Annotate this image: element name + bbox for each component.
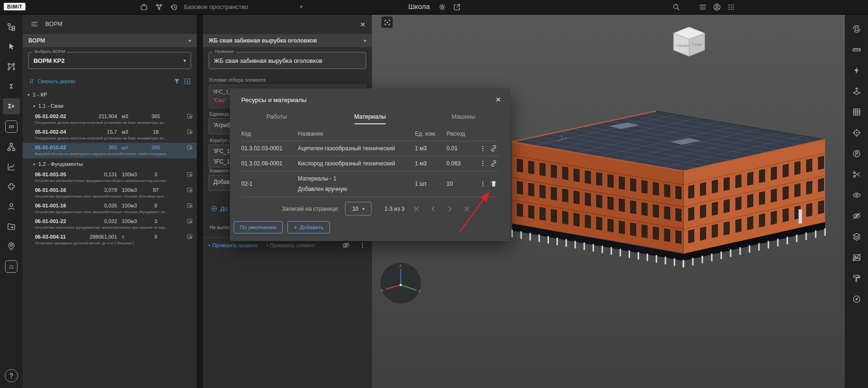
structure-tree-icon[interactable] <box>3 19 20 35</box>
workspace-selector[interactable]: Базовое пространство ▾ <box>184 3 303 10</box>
account-icon[interactable] <box>713 3 721 11</box>
tree-group[interactable]: ▾1 - КР <box>23 89 197 100</box>
tree-item[interactable]: 06-03-004-11288061,001т9Установка заклад… <box>23 232 197 248</box>
connections-icon[interactable] <box>3 59 20 75</box>
view-cube-right-label[interactable]: Сзади <box>692 42 702 46</box>
tree-item[interactable]: 06-01-001-160,035100м38Устройство фундам… <box>23 201 197 216</box>
p-circle-icon[interactable] <box>848 146 865 162</box>
close-modal-icon[interactable]: × <box>496 95 501 105</box>
pip-flag-icon[interactable] <box>186 218 193 224</box>
history-icon[interactable] <box>170 3 178 11</box>
pip-flag-icon[interactable] <box>186 144 193 151</box>
rule-section-header[interactable]: ЖБ свая забивная вырубка оголовков ▾ <box>203 34 372 47</box>
pip-flag-icon[interactable] <box>186 129 193 135</box>
user-pin-icon[interactable] <box>3 238 20 254</box>
sum-icon[interactable]: Σ <box>3 78 20 95</box>
more-menu-kebab-icon[interactable] <box>359 241 366 249</box>
link-icon[interactable] <box>489 159 499 168</box>
tab-materials[interactable]: Материалы <box>323 110 417 123</box>
first-page-icon[interactable] <box>413 205 421 213</box>
collapse-triangle-icon[interactable]: ▾ <box>33 103 35 109</box>
add-button[interactable]: +Добавить <box>287 221 330 233</box>
close-panel-icon[interactable]: × <box>360 19 365 30</box>
axis-gizmo[interactable]: Z Y X <box>379 261 422 305</box>
user-icon[interactable] <box>3 198 20 215</box>
view-cube-left-label[interactable]: Справа <box>676 43 689 48</box>
prev-page-icon[interactable] <box>429 205 438 213</box>
select-cursor-icon[interactable] <box>3 39 20 55</box>
help-button[interactable]: ? <box>5 369 18 382</box>
pip-flag-icon[interactable] <box>186 113 193 120</box>
search-icon[interactable] <box>672 3 681 11</box>
collab-icon[interactable] <box>155 3 163 11</box>
delete-trash-icon[interactable] <box>489 180 499 188</box>
rule-name-field[interactable]: Название ЖБ свая забивная вырубка оголов… <box>209 52 366 69</box>
default-button[interactable]: По умолчанию <box>234 221 283 233</box>
compass-icon[interactable] <box>848 291 865 307</box>
collapse-triangle-icon[interactable]: ▾ <box>27 92 30 97</box>
building-model[interactable] <box>491 102 826 276</box>
tree-group[interactable]: ▾1.1 - Сваи <box>23 100 197 112</box>
collapse-tree-link[interactable]: Свернуть дерево <box>38 79 76 84</box>
pip-flag-icon[interactable] <box>186 171 193 178</box>
collapse-triangle-icon[interactable]: ▾ <box>33 162 35 167</box>
pip-flag-icon[interactable] <box>186 187 193 193</box>
eye-icon[interactable] <box>848 187 865 203</box>
tree-item[interactable]: 06-01-001-220,032100м33Устройство ленточ… <box>23 216 197 232</box>
check-element-link[interactable]: •Проверить элемент <box>266 242 315 248</box>
table-row[interactable]: 02-1Материалы - 1Добавлен вручную1 шт10 <box>241 171 499 197</box>
tab-machines[interactable]: Машины <box>417 110 510 123</box>
target-icon[interactable] <box>848 125 865 141</box>
rows-per-page-select[interactable]: 10▾ <box>345 202 371 216</box>
expand-frame-icon[interactable] <box>184 78 191 85</box>
filter-icon[interactable] <box>173 78 181 85</box>
data-table-icon[interactable] <box>848 104 865 120</box>
next-page-icon[interactable] <box>446 205 454 213</box>
tree-group[interactable]: ▾1.2 - Фундаменты <box>23 158 197 170</box>
gear-icon[interactable] <box>438 3 447 11</box>
sum-plus-icon[interactable]: Σ+ <box>3 98 20 114</box>
tab-works[interactable]: Работы <box>230 110 323 123</box>
focus-mode-icon[interactable] <box>381 17 393 28</box>
check-rule-link[interactable]: •Проверить правило <box>209 242 258 248</box>
puzzle-icon[interactable] <box>3 179 20 195</box>
tree-item[interactable]: 05-01-010-02365шт365Вырубка бетона из ар… <box>23 143 197 158</box>
link-icon[interactable] <box>489 144 499 153</box>
row-menu-kebab-icon[interactable] <box>477 160 489 167</box>
scissors-icon[interactable] <box>848 166 865 182</box>
row-menu-kebab-icon[interactable] <box>477 145 489 152</box>
eye-off-icon[interactable] <box>848 208 865 224</box>
add-link[interactable]: До <box>211 205 228 212</box>
section-plane-icon[interactable] <box>848 83 865 99</box>
ruler-icon[interactable] <box>848 42 865 58</box>
apps-icon[interactable] <box>727 3 735 11</box>
shared-folder-icon[interactable] <box>3 218 20 234</box>
gauge-icon[interactable] <box>5 260 17 273</box>
table-row[interactable]: 01.3.02.08-0001Кислород газообразный тех… <box>241 156 499 171</box>
panel-menu-icon[interactable] <box>30 20 39 28</box>
tree-item[interactable]: 05-01-002-02211,904м3365Погружение дизел… <box>23 112 197 127</box>
view-2d-icon[interactable]: 2D <box>5 121 17 133</box>
last-page-icon[interactable] <box>462 205 471 213</box>
list-icon[interactable] <box>699 3 707 11</box>
paint-roller-icon[interactable] <box>848 270 865 286</box>
briefcase-icon[interactable] <box>140 3 148 11</box>
orbit-cube-icon[interactable] <box>848 21 865 37</box>
layers-icon[interactable] <box>848 229 865 245</box>
pip-flag-icon[interactable] <box>186 233 193 240</box>
bolt-icon[interactable] <box>848 62 865 78</box>
tree-item[interactable]: 06-01-001-163,078100м387Устройство фунда… <box>23 185 197 201</box>
image-off-icon[interactable] <box>848 250 865 266</box>
view-cube[interactable]: Справа Сзади <box>670 26 708 60</box>
eye-off-icon[interactable] <box>342 241 350 250</box>
org-chart-icon[interactable] <box>3 139 20 155</box>
table-row[interactable]: 01.3.02.03-0001Ацетилен газообразный тех… <box>241 141 499 156</box>
vorm-select[interactable]: Выбрать ВОРМ ВОРМ КР2 ▾ <box>28 52 191 69</box>
tree-item[interactable]: 06-01-001-050,131100м33Устройство железо… <box>23 170 197 185</box>
row-menu-kebab-icon[interactable] <box>477 180 489 188</box>
share-icon[interactable] <box>453 3 461 11</box>
vorm-section-header[interactable]: ВОРМ ▾ <box>23 34 197 47</box>
tree-item[interactable]: 05-01-002-0415,7м318Погружение дизель-мо… <box>23 127 197 143</box>
pip-flag-icon[interactable] <box>186 202 193 209</box>
line-chart-icon[interactable] <box>3 159 20 175</box>
